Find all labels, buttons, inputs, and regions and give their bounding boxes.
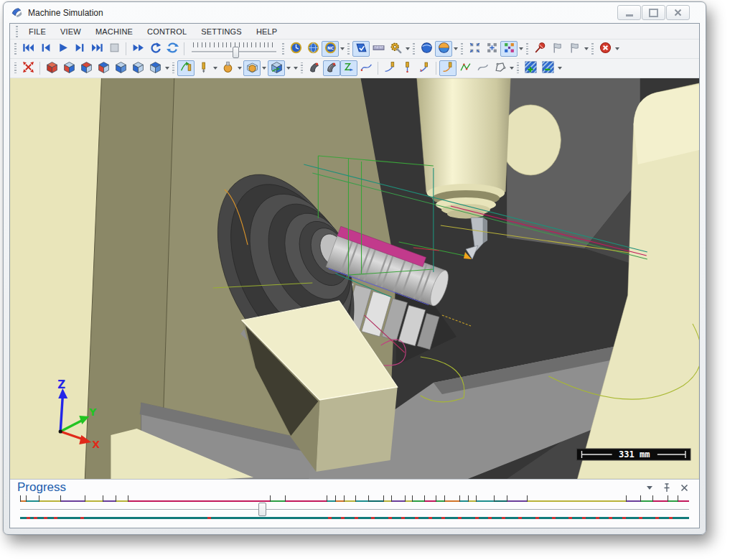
display-more-dropdown-caret-icon[interactable] xyxy=(292,60,299,76)
nc-mode-button[interactable]: NC xyxy=(322,41,339,57)
pin-marker-button[interactable] xyxy=(531,41,548,57)
menu-item-help[interactable]: HELP xyxy=(250,26,284,37)
fixture-display-dropdown-caret-icon[interactable] xyxy=(261,60,268,76)
fast-forward-button[interactable] xyxy=(129,41,146,57)
material-removal-section-button[interactable] xyxy=(323,60,340,76)
toolpath-display-button[interactable] xyxy=(340,60,357,76)
timeline-segment[interactable] xyxy=(405,495,413,502)
menu-item-view[interactable]: VIEW xyxy=(54,26,88,37)
timeline-segment[interactable] xyxy=(678,495,689,502)
loop-playback-button[interactable] xyxy=(164,41,181,57)
flag-marker-1-button[interactable] xyxy=(548,41,566,57)
toolpath-trace-button[interactable] xyxy=(357,60,375,76)
timeline-segment[interactable] xyxy=(327,495,335,502)
tool-display-button[interactable] xyxy=(195,60,212,76)
play-button[interactable] xyxy=(54,41,71,57)
compare-target-button[interactable] xyxy=(483,41,500,57)
timeline-segment[interactable] xyxy=(468,495,476,502)
timeline-segment[interactable] xyxy=(20,495,26,502)
flag-marker-2-button[interactable] xyxy=(566,41,583,57)
machine-settings-button[interactable] xyxy=(387,41,404,57)
trace-holder-button[interactable] xyxy=(398,60,416,76)
toolbar-grip[interactable] xyxy=(172,62,174,74)
trace-bounds-button[interactable] xyxy=(491,60,508,76)
timeline-segment[interactable] xyxy=(626,495,641,502)
timeline-segment[interactable] xyxy=(459,495,468,502)
toolbar-grip[interactable] xyxy=(282,43,284,55)
timeline-segment[interactable] xyxy=(39,495,60,502)
stock-display-button[interactable] xyxy=(219,60,236,76)
timeline-segment[interactable] xyxy=(85,495,103,502)
minimize-button[interactable] xyxy=(617,5,641,20)
timeline-segment[interactable] xyxy=(444,495,459,502)
marker-dropdown-caret-icon[interactable] xyxy=(583,41,590,57)
stop-button[interactable] xyxy=(106,41,123,57)
target-model-button[interactable] xyxy=(435,41,452,57)
timeline-segment[interactable] xyxy=(412,495,423,502)
section-dropdown-caret-icon[interactable] xyxy=(556,60,563,76)
timeline-segment[interactable] xyxy=(527,495,626,502)
fixture-display-button[interactable] xyxy=(243,60,261,76)
view-front-button[interactable] xyxy=(60,60,78,76)
trace-all-button[interactable] xyxy=(474,60,491,76)
toolbar-grip[interactable] xyxy=(14,62,17,74)
trace-remaining-button[interactable] xyxy=(457,60,474,76)
zoom-fit-button[interactable] xyxy=(19,60,37,76)
timeline-slider-thumb[interactable] xyxy=(258,503,266,516)
compare-stock-button[interactable] xyxy=(466,41,483,57)
timeline-segment[interactable] xyxy=(476,495,494,502)
timeline-segment[interactable] xyxy=(507,495,526,502)
timeline-segment[interactable] xyxy=(652,495,668,502)
model-dropdown-caret-icon[interactable] xyxy=(452,41,459,57)
compare-dropdown-caret-icon[interactable] xyxy=(518,41,525,57)
machine-display-dropdown-caret-icon[interactable] xyxy=(285,60,292,76)
timeline-segment[interactable] xyxy=(436,495,444,502)
timeline-segment[interactable] xyxy=(494,495,507,502)
trace-dropdown-caret-icon[interactable] xyxy=(508,60,515,76)
toolbar-grip[interactable] xyxy=(591,43,594,55)
toolbar-grip[interactable] xyxy=(526,43,528,55)
close-panel-icon[interactable] xyxy=(679,482,689,493)
step-forward-button[interactable] xyxy=(71,41,88,57)
pin-icon[interactable] xyxy=(662,482,672,493)
skip-to-start-button[interactable] xyxy=(19,41,37,57)
stop-on-collision-button[interactable] xyxy=(596,41,614,57)
stock-display-dropdown-caret-icon[interactable] xyxy=(236,60,243,76)
timeline-segment[interactable] xyxy=(640,495,652,502)
timeline-segment[interactable] xyxy=(335,495,344,502)
view-iso-button[interactable] xyxy=(43,60,60,76)
panel-menu-icon[interactable] xyxy=(645,482,655,493)
view-bottom-button[interactable] xyxy=(146,60,164,76)
stock-model-button[interactable] xyxy=(418,41,435,57)
3d-viewport[interactable]: Z Y X 331 mm xyxy=(10,78,699,479)
compare-result-button[interactable] xyxy=(500,41,518,57)
timeline-segment[interactable] xyxy=(368,495,383,502)
menu-item-machine[interactable]: MACHINE xyxy=(89,26,139,37)
views-dropdown-caret-icon[interactable] xyxy=(164,60,171,76)
operation-timeline[interactable] xyxy=(20,495,689,502)
tool-display-dropdown-caret-icon[interactable] xyxy=(212,60,219,76)
maximize-button[interactable] xyxy=(642,5,665,20)
settings-dropdown-caret-icon[interactable] xyxy=(404,41,411,57)
machine-time-mode-button[interactable] xyxy=(287,41,304,57)
timeline-segment[interactable] xyxy=(270,495,285,502)
toolbar-grip[interactable] xyxy=(517,62,519,74)
speed-slider-thumb[interactable] xyxy=(233,47,239,58)
toolbar-grip[interactable] xyxy=(413,43,415,55)
speed-slider[interactable] xyxy=(192,42,276,56)
view-right-button[interactable] xyxy=(112,60,129,76)
trace-current-button[interactable] xyxy=(439,60,457,76)
add-section-plane-button[interactable] xyxy=(522,60,539,76)
menu-item-file[interactable]: FILE xyxy=(22,26,52,37)
timeline-segment[interactable] xyxy=(355,495,369,502)
title-bar[interactable]: Machine Simulation xyxy=(4,2,706,23)
close-button[interactable] xyxy=(666,5,690,20)
toolbar-grip[interactable] xyxy=(301,62,303,74)
timeline-segment[interactable] xyxy=(668,495,678,502)
measure-button[interactable] xyxy=(370,41,387,57)
timeline-segment[interactable] xyxy=(60,495,85,502)
view-top-button[interactable] xyxy=(129,60,146,76)
replay-button[interactable] xyxy=(146,41,164,57)
material-removal-button[interactable] xyxy=(306,60,323,76)
menu-item-settings[interactable]: SETTINGS xyxy=(195,26,248,37)
